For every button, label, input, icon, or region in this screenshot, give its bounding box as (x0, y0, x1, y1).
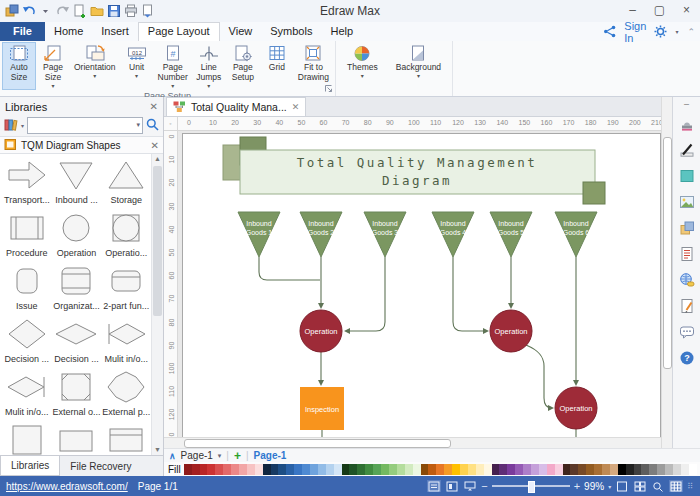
color-swatch[interactable] (271, 464, 279, 475)
shape-inbound[interactable]: Inbound ... (52, 157, 102, 205)
color-swatch[interactable] (626, 464, 634, 475)
color-swatch[interactable] (594, 464, 602, 475)
pen-icon[interactable] (673, 137, 700, 163)
search-icon[interactable] (146, 118, 159, 133)
dropdown-caret[interactable]: ▾ (93, 73, 96, 79)
color-swatch[interactable] (389, 464, 397, 475)
color-swatch[interactable] (649, 464, 657, 475)
color-swatch[interactable] (231, 464, 239, 475)
color-swatch[interactable] (397, 464, 405, 475)
color-swatch[interactable] (192, 464, 200, 475)
connector[interactable] (526, 345, 552, 408)
color-swatch[interactable] (460, 464, 468, 475)
shape-storage[interactable]: Storage (101, 157, 151, 205)
color-swatch[interactable] (223, 464, 231, 475)
color-swatch[interactable] (278, 464, 286, 475)
color-swatch[interactable] (444, 464, 452, 475)
line-jumps-button[interactable]: LineJumps▾ (192, 42, 226, 90)
page-tab-page1[interactable]: Page-1 (254, 450, 287, 461)
zoom-out-button[interactable]: − (481, 480, 487, 492)
canvas[interactable]: Total Quality ManagementDiagramInboundGo… (178, 131, 661, 437)
color-swatch[interactable] (349, 464, 357, 475)
format-tool-icon[interactable] (673, 111, 700, 137)
dropdown-caret[interactable]: ▾ (417, 73, 420, 79)
color-swatch[interactable] (602, 464, 610, 475)
open-folder-icon[interactable] (89, 4, 104, 19)
panel-tab-libraries[interactable]: Libraries (0, 456, 60, 476)
hyperlink-icon[interactable] (673, 267, 700, 293)
color-swatch[interactable] (547, 464, 555, 475)
edit-page-icon[interactable] (673, 293, 700, 319)
color-swatch[interactable] (499, 464, 507, 475)
fill-swatch-icon[interactable] (673, 163, 700, 189)
shape-decision[interactable]: Decision ... (2, 316, 52, 364)
zoom-level[interactable]: 99% (584, 481, 604, 492)
zoom-dropdown-caret[interactable]: ▾ (608, 483, 611, 490)
dropdown-caret[interactable]: ▾ (171, 83, 174, 89)
horizontal-scrollbar[interactable] (164, 437, 661, 448)
color-swatch[interactable] (468, 464, 476, 475)
color-swatch[interactable] (436, 464, 444, 475)
export-icon[interactable] (140, 4, 155, 19)
vertical-scrollbar-thumb[interactable] (663, 137, 672, 369)
color-swatch[interactable] (618, 464, 626, 475)
color-swatch[interactable] (200, 464, 208, 475)
color-swatch[interactable] (492, 464, 500, 475)
shape-issue[interactable]: Issue (2, 263, 52, 311)
scroll-up-icon[interactable]: ▲ (152, 154, 163, 164)
color-swatch[interactable] (334, 464, 342, 475)
share-icon[interactable] (600, 19, 619, 45)
color-swatch[interactable] (578, 464, 586, 475)
shape-2-part-fun[interactable]: 2-part fun... (101, 263, 151, 311)
shape-mulit-in-o[interactable]: Mulit in/o... (101, 316, 151, 364)
color-swatch[interactable] (365, 464, 373, 475)
color-swatch[interactable] (342, 464, 350, 475)
shape-2-part-me[interactable]: 2-part me (101, 422, 151, 455)
grid-toggle-icon[interactable] (669, 480, 683, 492)
unit-button[interactable]: 012Unit▾ (120, 42, 154, 90)
color-swatch[interactable] (286, 464, 294, 475)
color-swatch[interactable] (531, 464, 539, 475)
shape-external-p[interactable]: External p... (101, 369, 151, 417)
connector[interactable] (350, 257, 385, 331)
note-icon[interactable] (673, 241, 700, 267)
undo-icon[interactable] (21, 4, 36, 19)
libraries-close-icon[interactable]: ✕ (150, 101, 158, 112)
shape-list-scrollbar[interactable]: ▲ ▼ (151, 154, 163, 455)
collapse-ribbon-icon[interactable]: ⌃ (687, 27, 695, 37)
sign-in-link[interactable]: Sign In (624, 20, 646, 44)
orientation-button[interactable]: Orientation▾ (70, 42, 120, 90)
color-swatch[interactable] (207, 464, 215, 475)
document-tab-close-icon[interactable]: ✕ (292, 102, 300, 112)
outline-view-icon[interactable] (445, 480, 459, 492)
collapse-pagebar-icon[interactable]: ∧ (169, 451, 176, 461)
comment-icon[interactable] (673, 319, 700, 345)
shape-operation[interactable]: Operation (52, 210, 102, 258)
dialog-launcher-icon[interactable] (324, 83, 333, 95)
page-size-button[interactable]: PageSize▾ (36, 42, 70, 90)
color-swatch[interactable] (570, 464, 578, 475)
redo-icon[interactable] (55, 4, 70, 19)
horizontal-scrollbar-thumb[interactable] (184, 439, 451, 448)
color-swatch[interactable] (294, 464, 302, 475)
color-swatch[interactable] (673, 464, 681, 475)
color-swatch[interactable] (318, 464, 326, 475)
color-swatch[interactable] (507, 464, 515, 475)
color-swatch[interactable] (310, 464, 318, 475)
menu-tab-view[interactable]: View (220, 22, 262, 41)
normal-view-icon[interactable] (427, 480, 441, 492)
presentation-view-icon[interactable] (463, 480, 477, 492)
page-selector-caret[interactable]: ▾ (218, 452, 222, 460)
zoom-area-icon[interactable] (651, 480, 665, 492)
themes-button[interactable]: Themes▾ (338, 42, 387, 83)
dropdown-caret[interactable]: ▾ (135, 73, 138, 79)
library-section-close-icon[interactable]: ✕ (151, 140, 159, 151)
color-swatch[interactable] (452, 464, 460, 475)
color-swatch[interactable] (657, 464, 665, 475)
color-swatch[interactable] (586, 464, 594, 475)
color-swatch[interactable] (539, 464, 547, 475)
shape-metric[interactable]: Metric (52, 422, 102, 455)
color-swatch[interactable] (555, 464, 563, 475)
color-swatch[interactable] (184, 464, 192, 475)
color-swatch[interactable] (215, 464, 223, 475)
